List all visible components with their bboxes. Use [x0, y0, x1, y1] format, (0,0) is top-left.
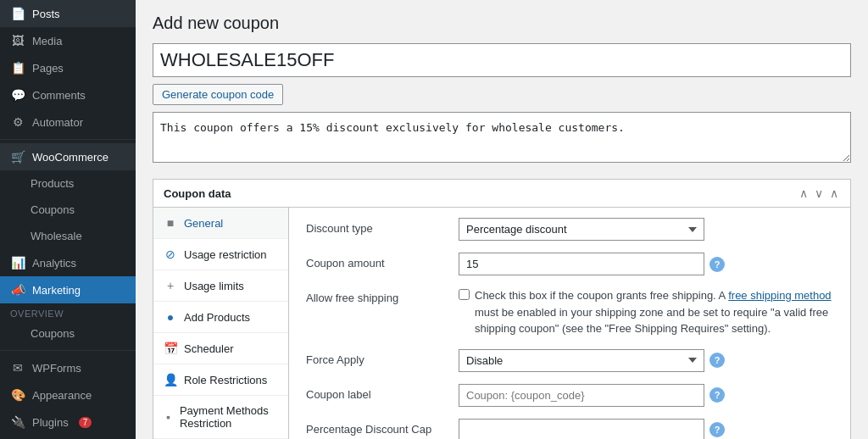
coupon-amount-label: Coupon amount [306, 253, 459, 270]
free-shipping-row: Allow free shipping Check this box if th… [306, 287, 833, 337]
general-tab-icon: ■ [164, 216, 177, 230]
free-shipping-method-link[interactable]: free shipping method [728, 289, 831, 302]
coupon-data-metabox: Coupon data ∧ ∨ ∧ ■ General ⊘ Usage res [153, 179, 851, 439]
free-shipping-description: Check this box if the coupon grants free… [475, 287, 833, 337]
coupon-label-help-icon[interactable]: ? [709, 387, 725, 403]
tab-role-restrictions[interactable]: 👤 Role Restrictions [153, 364, 288, 396]
sidebar-item-users[interactable]: 👤 Users [0, 436, 136, 439]
discount-type-control: Percentage discount Fixed cart discount … [459, 218, 833, 241]
coupon-description-textarea[interactable]: This coupon offers a 15% discount exclus… [153, 112, 851, 163]
free-shipping-checkbox-row: Check this box if the coupon grants free… [459, 287, 833, 337]
percentage-cap-row: Percentage Discount Cap ? [306, 419, 833, 440]
free-shipping-control: Check this box if the coupon grants free… [459, 287, 833, 337]
force-apply-select[interactable]: Disable Enable [459, 349, 704, 372]
discount-type-row: Discount type Percentage discount Fixed … [306, 218, 833, 241]
coupon-amount-input[interactable] [459, 253, 704, 275]
sidebar-item-plugins[interactable]: 🔌 Plugins 7 [0, 408, 136, 436]
sidebar-item-comments[interactable]: 💬 Comments [0, 81, 136, 108]
tab-payment-methods[interactable]: ▪ Payment Methods Restriction [153, 396, 288, 439]
sidebar-item-appearance[interactable]: 🎨 Appearance [0, 381, 136, 408]
tab-general[interactable]: ■ General [153, 208, 288, 239]
force-apply-control: Disable Enable ? [459, 349, 833, 372]
coupon-tabs: ■ General ⊘ Usage restriction + Usage li… [153, 208, 289, 439]
percentage-cap-control: ? [459, 419, 833, 440]
sidebar-item-automator[interactable]: ⚙ Automator [0, 108, 136, 136]
media-icon: 🖼 [10, 34, 25, 47]
generate-coupon-code-button[interactable]: Generate coupon code [153, 84, 283, 105]
coupon-amount-control: ? [459, 253, 833, 275]
metabox-controls: ∧ ∨ ∧ [798, 186, 840, 200]
percentage-cap-label: Percentage Discount Cap [306, 419, 459, 436]
automator-icon: ⚙ [10, 115, 25, 129]
page-title: Add new coupon [153, 14, 851, 33]
tab-usage-restriction[interactable]: ⊘ Usage restriction [153, 239, 288, 270]
sidebar-item-woocommerce[interactable]: 🛒 WooCommerce [0, 143, 136, 170]
tab-usage-limits[interactable]: + Usage limits [153, 270, 288, 302]
payment-methods-tab-icon: ▪ [164, 410, 173, 424]
coupon-label-row: Coupon label ? [306, 384, 833, 407]
usage-limits-tab-icon: + [164, 279, 177, 292]
role-restrictions-tab-icon: 👤 [164, 373, 177, 386]
tab-scheduler[interactable]: 📅 Scheduler [153, 333, 288, 364]
appearance-icon: 🎨 [10, 388, 25, 402]
plugins-icon: 🔌 [10, 415, 25, 429]
sidebar-subitem-coupons[interactable]: Coupons [0, 320, 136, 347]
plugins-badge: 7 [79, 417, 92, 428]
main-content: Add new coupon Generate coupon code This… [136, 0, 868, 439]
sidebar-item-marketing[interactable]: 📣 Marketing [0, 276, 136, 303]
general-tab-content: Discount type Percentage discount Fixed … [289, 208, 850, 439]
scheduler-tab-icon: 📅 [164, 342, 177, 355]
discount-type-select[interactable]: Percentage discount Fixed cart discount … [459, 218, 704, 241]
metabox-header: Coupon data ∧ ∨ ∧ [153, 180, 850, 208]
metabox-title: Coupon data [164, 187, 231, 200]
metabox-down-button[interactable]: ∨ [813, 186, 825, 200]
sidebar-section-overview: Overview [0, 303, 136, 320]
sidebar-item-coupons[interactable]: Coupons [0, 197, 136, 223]
sidebar-item-pages[interactable]: 📋 Pages [0, 54, 136, 81]
sidebar-item-wholesale[interactable]: Wholesale [0, 223, 136, 249]
add-products-tab-icon: ● [164, 310, 177, 324]
woocommerce-icon: 🛒 [10, 150, 25, 164]
sidebar: 📄 Posts 🖼 Media 📋 Pages 💬 Comments ⚙ Aut… [0, 0, 136, 439]
sidebar-item-media[interactable]: 🖼 Media [0, 27, 136, 54]
metabox-up-button[interactable]: ∧ [798, 186, 810, 200]
sidebar-item-wpforms[interactable]: ✉ WPForms [0, 354, 136, 381]
usage-restriction-tab-icon: ⊘ [164, 247, 177, 261]
coupon-amount-help-icon[interactable]: ? [709, 257, 725, 272]
percentage-cap-help-icon[interactable]: ? [709, 422, 725, 437]
metabox-body: ■ General ⊘ Usage restriction + Usage li… [153, 208, 850, 439]
sidebar-item-posts[interactable]: 📄 Posts [0, 0, 136, 27]
wpforms-icon: ✉ [10, 361, 25, 375]
force-apply-label: Force Apply [306, 349, 459, 366]
marketing-icon: 📣 [10, 283, 25, 297]
metabox-collapse-button[interactable]: ∧ [828, 186, 840, 200]
coupon-label-control: ? [459, 384, 833, 407]
comments-icon: 💬 [10, 88, 25, 102]
sidebar-item-products[interactable]: Products [0, 170, 136, 197]
sidebar-item-analytics[interactable]: 📊 Analytics [0, 249, 136, 276]
pages-icon: 📋 [10, 61, 25, 75]
coupon-label-input[interactable] [459, 384, 704, 407]
free-shipping-label: Allow free shipping [306, 287, 459, 304]
force-apply-row: Force Apply Disable Enable ? [306, 349, 833, 372]
content-area: Add new coupon Generate coupon code This… [136, 0, 868, 439]
force-apply-help-icon[interactable]: ? [709, 353, 725, 368]
tab-add-products[interactable]: ● Add Products [153, 302, 288, 333]
analytics-icon: 📊 [10, 256, 25, 270]
coupon-code-input[interactable] [153, 43, 851, 77]
coupon-label-label: Coupon label [306, 384, 459, 401]
discount-type-label: Discount type [306, 218, 459, 235]
free-shipping-checkbox[interactable] [459, 289, 470, 300]
coupon-amount-row: Coupon amount ? [306, 253, 833, 275]
percentage-cap-input[interactable] [459, 419, 704, 440]
posts-icon: 📄 [10, 7, 25, 20]
